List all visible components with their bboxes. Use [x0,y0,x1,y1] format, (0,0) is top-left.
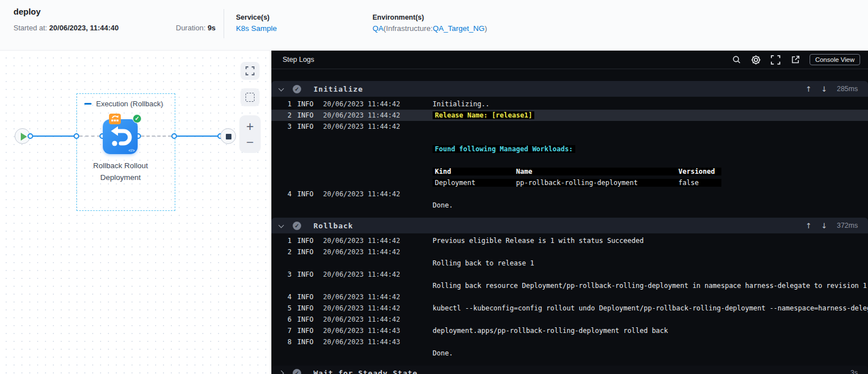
log-section: ✓Rollback↑↓372ms1INFO20/06/2023 11:44:42… [271,218,868,359]
log-level: INFO [297,338,323,346]
log-timestamp: 20/06/2023 11:44:43 [323,327,433,335]
execution-page: deploy Started at: 20/06/2023, 11:44:40 … [0,0,868,374]
section-title: Rollback [313,222,353,230]
section-header[interactable]: ✓Initialize↑↓285ms [271,81,868,97]
log-message: Release Name: [release1] [433,111,868,119]
rolling-deployment-badge-icon [109,114,121,124]
log-row: Rolling back resource Deployment/pp-roll… [271,280,868,291]
line-number: 8 [271,338,292,346]
log-message-text: kubectl --kubeconfig=config rollout undo… [433,304,868,312]
scroll-to-bottom-icon[interactable]: ↓ [821,85,828,93]
started-value: 20/06/2023, 11:44:40 [49,24,119,32]
gear-icon[interactable] [751,54,762,65]
open-in-new-icon[interactable] [790,54,801,65]
infrastructure-prefix: (Infrastructure: [384,24,433,33]
canvas-select-button[interactable] [240,88,260,106]
section-title: Wait for Steady State [313,369,417,374]
line-number: 4 [271,293,292,301]
log-level: INFO [297,100,323,108]
log-message-text: Previous eligible Release is 1 with stat… [433,237,644,245]
log-level: INFO [297,327,323,335]
console-view-button[interactable]: Console View [810,54,860,65]
zoom-in-button[interactable]: + [246,119,253,134]
line-number: 4 [271,190,292,198]
log-row [271,132,868,143]
section-duration: 285ms [837,85,858,93]
execution-header: deploy Started at: 20/06/2023, 11:44:40 … [0,0,868,51]
log-row: Done. [271,348,868,359]
log-message: deployment.apps/pp-rollback-rolling-depl… [433,327,868,335]
line-number: 1 [271,237,292,245]
log-message-text: Found following Managed Workloads: [433,145,575,153]
edge-connector [28,133,33,139]
group-label-text: Execution (Rollback) [96,100,163,108]
chevron-down-icon[interactable] [279,85,284,91]
status-check-icon: ✓ [293,222,301,230]
section-header[interactable]: ✓Rollback↑↓372ms [271,218,868,233]
log-message: Initializing.. [433,100,868,108]
log-level: INFO [297,123,323,130]
line-number: 1 [271,100,292,108]
step-title-line1: Rollback Rollout [75,160,166,172]
log-row: 5INFO20/06/2023 11:44:42kubectl --kubeco… [271,303,868,314]
header-divider [224,9,224,38]
end-node[interactable] [220,128,236,144]
environment-link[interactable]: QA [372,24,384,33]
edge-line-dashed [79,136,101,137]
log-message: kubectl --kubeconfig=config rollout undo… [433,304,868,312]
log-message-text: Done. [433,201,453,209]
chevron-down-icon[interactable] [279,222,284,228]
chevron-right-icon[interactable] [279,370,284,374]
log-row: 3INFO20/06/2023 11:44:42 [271,269,868,280]
log-message: Kind Name Versioned [433,168,868,175]
section-header[interactable]: ✓Wait for Steady State3s [271,366,868,374]
canvas-zoom-control[interactable]: + − [239,115,261,153]
step-title-line2: Deployment [75,172,166,183]
log-message: Previous eligible Release is 1 with stat… [433,237,868,245]
log-message-text: Initializing.. [433,100,489,108]
scroll-to-bottom-icon[interactable]: ↓ [821,222,828,230]
log-row: 7INFO20/06/2023 11:44:43deployment.apps/… [271,325,868,336]
duration-label: Duration: [176,24,206,32]
log-level: INFO [297,304,323,312]
scroll-to-top-icon[interactable]: ↑ [806,222,812,230]
log-level: INFO [297,248,323,256]
log-level: INFO [297,190,323,198]
pipeline-canvas[interactable]: Execution (Rollback) </> [0,51,271,374]
search-icon[interactable] [731,54,742,65]
log-row: 3INFO20/06/2023 11:44:42 [271,121,868,132]
scroll-to-top-icon[interactable]: ↑ [806,85,812,93]
log-row: Found following Managed Workloads: [271,143,868,155]
log-section: ✓Wait for Steady State3s [271,366,868,374]
fullscreen-icon[interactable] [770,54,781,65]
environments-label: Environment(s) [372,13,424,21]
duration-value: 9s [207,24,215,32]
log-message-text: Rolling back to release 1 [433,259,534,267]
log-timestamp: 20/06/2023 11:44:43 [323,338,433,346]
log-message: Deployment pp-rollback-rolling-deploymen… [433,179,868,187]
log-timestamp: 20/06/2023 11:44:42 [323,304,433,312]
canvas-fullscreen-button[interactable] [240,62,260,80]
console-title: Step Logs [283,56,314,64]
service-link[interactable]: K8s Sample [236,24,277,33]
log-row: 8INFO20/06/2023 11:44:43 [271,336,868,348]
log-timestamp: 20/06/2023 11:44:42 [323,190,433,198]
status-check-icon: ✓ [293,369,301,374]
log-timestamp: 20/06/2023 11:44:42 [323,293,433,301]
log-timestamp: 20/06/2023 11:44:42 [323,100,433,108]
infrastructure-link[interactable]: QA_Target_NG [433,24,484,33]
log-level: INFO [297,111,323,119]
log-rows: 1INFO20/06/2023 11:44:42Initializing..2I… [271,97,868,211]
console-toolbar: Console View [731,54,860,65]
zoom-out-button[interactable]: − [246,134,253,150]
rollback-step-node[interactable]: </> [103,119,138,154]
collapse-minus-icon[interactable] [84,103,92,105]
log-row [271,155,868,166]
pipeline-name: deploy [13,7,40,16]
play-icon [21,133,27,141]
step-success-badge-icon: ✓ [133,114,142,123]
edge-line [177,136,219,137]
duration: Duration: 9s [176,24,216,32]
log-timestamp: 20/06/2023 11:44:42 [323,271,433,278]
section-header-right: ↑↓372ms [806,222,858,230]
